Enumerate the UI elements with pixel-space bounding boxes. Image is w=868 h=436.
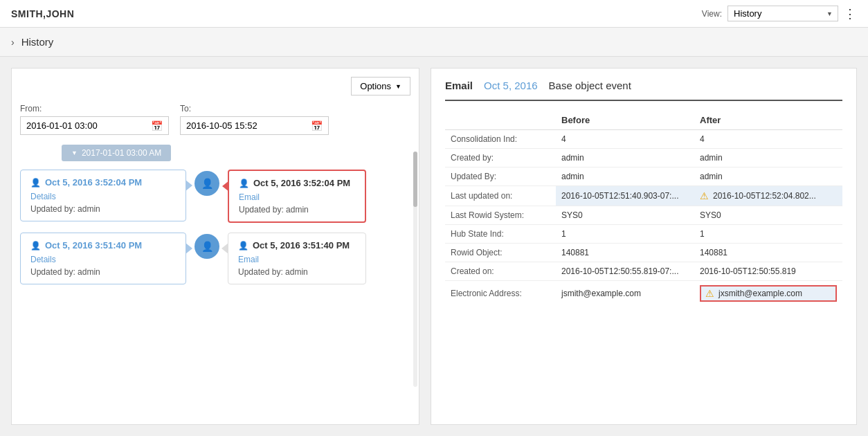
table-row: Consolidation Ind:44 — [445, 130, 842, 149]
left-card-updated-1: Updated by: admin — [30, 204, 176, 214]
row-label: Created on: — [445, 262, 556, 281]
row-label: Rowid Object: — [445, 244, 556, 262]
table-row: Hub State Ind:11 — [445, 225, 842, 244]
col-header-before: Before — [556, 111, 694, 130]
left-event-card-1[interactable]: 👤 Oct 5, 2016 3:52:04 PM Details Updated… — [20, 170, 186, 221]
row-label: Consolidation Ind: — [445, 130, 556, 149]
expand-chevron-icon[interactable]: › — [11, 37, 15, 48]
left-card-details-1: Details — [30, 192, 176, 201]
row-label: Created by: — [445, 149, 556, 167]
right-card-date-2: 👤 Oct 5, 2016 3:51:40 PM — [238, 240, 356, 251]
subheader: › History — [0, 28, 868, 57]
to-field: To: 📅 — [180, 104, 329, 135]
row-label: Last Rowid System: — [445, 206, 556, 225]
subheader-title: History — [21, 36, 54, 48]
date-separator[interactable]: 2017-01-01 03:00 AM — [62, 145, 171, 161]
row-after: 4 — [694, 130, 842, 149]
user-dot-icon-1: 👤 — [201, 178, 213, 189]
main-content: Options From: 📅 To: 📅 2017-01-01 03:00 A… — [0, 57, 868, 436]
header: SMITH,JOHN View: History ⋮ — [0, 0, 868, 28]
detail-date: Oct 5, 2016 — [484, 80, 538, 91]
row-label: Updated By: — [445, 167, 556, 186]
detail-type: Email — [445, 80, 473, 91]
detail-header: Email Oct 5, 2016 Base object event — [445, 80, 842, 101]
left-card-updated-2: Updated by: admin — [30, 267, 176, 277]
options-button[interactable]: Options — [351, 77, 410, 96]
col-header-label — [445, 111, 556, 130]
right-panel: Email Oct 5, 2016 Base object event Befo… — [431, 68, 857, 425]
row-before: jsmith@example.com — [556, 281, 694, 307]
row-before: 4 — [556, 130, 694, 149]
detail-table: Before After Consolidation Ind:44Created… — [445, 111, 842, 306]
table-row: Electronic Address:jsmith@example.com⚠jx… — [445, 281, 842, 307]
row-after: 1 — [694, 225, 842, 244]
user-dot-icon-2: 👤 — [201, 241, 213, 252]
table-row: Last updated on:2016-10-05T12:51:40.903-… — [445, 186, 842, 206]
table-row: Last Rowid System:SYS0SYS0 — [445, 206, 842, 225]
table-row: Rowid Object:140881140881 — [445, 244, 842, 262]
view-select-wrapper[interactable]: History — [727, 6, 838, 21]
row-label: Hub State Ind: — [445, 225, 556, 244]
timeline-row: 👤 Oct 5, 2016 3:52:04 PM Details Updated… — [20, 170, 410, 223]
row-before: admin — [556, 149, 694, 167]
from-label: From: — [20, 104, 169, 113]
warning-icon: ⚠ — [700, 190, 709, 201]
timeline-dot-2: 👤 — [195, 234, 219, 259]
detail-event: Base object event — [549, 80, 631, 91]
scrollbar-thumb[interactable] — [413, 152, 417, 207]
view-label: View: — [702, 9, 722, 19]
left-card-date-2: 👤 Oct 5, 2016 3:51:40 PM — [30, 240, 176, 251]
row-after: ⚠jxsmith@example.com — [694, 281, 842, 307]
app-title: SMITH,JOHN — [11, 8, 74, 19]
date-filter: From: 📅 To: 📅 — [20, 104, 410, 135]
header-controls: View: History ⋮ — [702, 6, 857, 21]
row-before: 2016-10-05T12:50:55.819-07:... — [556, 262, 694, 281]
row-after: 2016-10-05T12:50:55.819 — [694, 262, 842, 281]
timeline-dot-1: 👤 — [195, 171, 219, 196]
timeline-row-2: 👤 Oct 5, 2016 3:51:40 PM Details Updated… — [20, 233, 410, 284]
table-row: Updated By:adminadmin — [445, 167, 842, 186]
row-label: Electronic Address: — [445, 281, 556, 307]
right-card-date-1: 👤 Oct 5, 2016 3:52:04 PM — [239, 178, 355, 188]
left-event-card-2[interactable]: 👤 Oct 5, 2016 3:51:40 PM Details Updated… — [20, 233, 186, 284]
row-label: Last updated on: — [445, 186, 556, 206]
to-input-wrapper[interactable]: 📅 — [180, 116, 329, 135]
right-event-card-1[interactable]: 👤 Oct 5, 2016 3:52:04 PM Email Updated b… — [228, 170, 366, 223]
from-input-wrapper[interactable]: 📅 — [20, 116, 169, 135]
right-event-card-2[interactable]: 👤 Oct 5, 2016 3:51:40 PM Email Updated b… — [228, 233, 366, 284]
row-after: SYS0 — [694, 206, 842, 225]
table-row: Created on:2016-10-05T12:50:55.819-07:..… — [445, 262, 842, 281]
left-card-details-2: Details — [30, 255, 176, 264]
row-before: SYS0 — [556, 206, 694, 225]
to-input[interactable] — [181, 117, 305, 134]
row-before: admin — [556, 167, 694, 186]
row-before: 2016-10-05T12:51:40.903-07:... — [556, 186, 694, 206]
person-icon-1: 👤 — [30, 178, 41, 188]
view-select[interactable]: History — [727, 6, 838, 21]
from-field: From: 📅 — [20, 104, 169, 135]
person-icon-r2: 👤 — [238, 241, 248, 251]
left-card-date-1: 👤 Oct 5, 2016 3:52:04 PM — [30, 177, 176, 188]
row-after: 140881 — [694, 244, 842, 262]
col-header-after: After — [694, 111, 842, 130]
options-bar: Options — [20, 77, 410, 96]
person-icon-2: 👤 — [30, 241, 41, 251]
right-card-type-1: Email — [239, 192, 355, 202]
from-input[interactable] — [21, 117, 145, 134]
to-label: To: — [180, 104, 329, 113]
left-panel: Options From: 📅 To: 📅 2017-01-01 03:00 A… — [11, 68, 419, 425]
row-before: 1 — [556, 225, 694, 244]
from-calendar-icon[interactable]: 📅 — [145, 118, 168, 134]
right-card-type-2: Email — [238, 255, 356, 264]
right-card-updated-1: Updated by: admin — [239, 205, 355, 215]
row-after: ⚠2016-10-05T12:52:04.802... — [694, 186, 842, 206]
to-calendar-icon[interactable]: 📅 — [305, 118, 328, 134]
row-after: admin — [694, 167, 842, 186]
person-icon-r1: 👤 — [239, 179, 249, 188]
warning-icon-changed: ⚠ — [705, 288, 714, 299]
row-after: admin — [694, 149, 842, 167]
right-card-updated-2: Updated by: admin — [238, 267, 356, 277]
more-options-button[interactable]: ⋮ — [844, 8, 857, 20]
row-before: 140881 — [556, 244, 694, 262]
timeline: 2017-01-01 03:00 AM 👤 Oct 5, 2016 3:52:0… — [20, 145, 410, 294]
